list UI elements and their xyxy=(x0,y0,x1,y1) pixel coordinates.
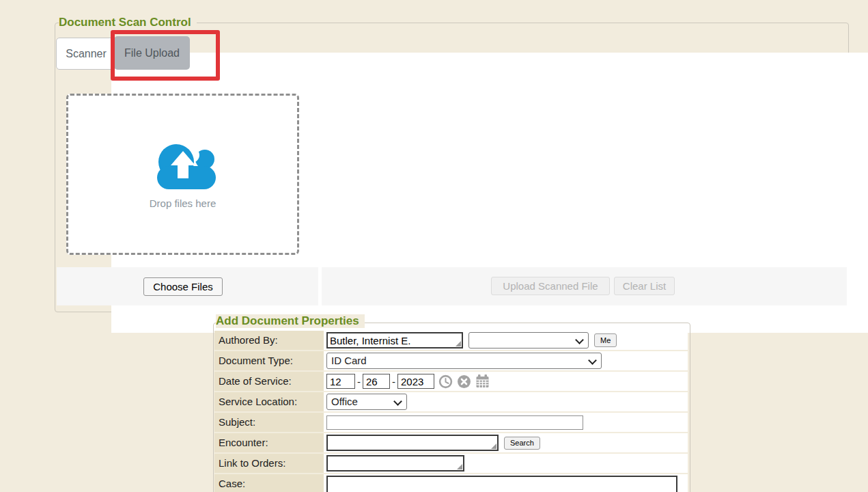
annotation-highlight-box xyxy=(111,30,220,81)
link-to-orders-input[interactable] xyxy=(326,455,464,472)
resize-grip-icon xyxy=(491,443,496,449)
document-type-select-value: ID Card xyxy=(327,353,601,368)
service-location-select[interactable]: Office xyxy=(326,394,407,410)
authored-by-select[interactable] xyxy=(468,332,589,348)
authored-by-input[interactable] xyxy=(326,332,463,348)
authored-by-input-wrap xyxy=(326,332,463,348)
link-to-orders-input-wrap xyxy=(326,455,464,472)
date-month-input[interactable] xyxy=(326,374,355,389)
me-button[interactable]: Me xyxy=(594,333,617,347)
cloud-upload-icon xyxy=(149,140,217,189)
resize-grip-icon xyxy=(456,341,461,346)
document-type-label: Document Type: xyxy=(214,351,324,370)
case-label: Case: xyxy=(214,474,324,492)
document-type-content: ID Card xyxy=(324,351,688,370)
row-subject: Subject: xyxy=(214,413,688,432)
service-location-label: Service Location: xyxy=(214,392,324,411)
case-content xyxy=(324,474,688,492)
link-to-orders-content xyxy=(324,454,688,473)
authored-by-content: Me xyxy=(324,331,688,350)
upload-scanned-file-button[interactable]: Upload Scanned File xyxy=(491,277,610,295)
row-document-type: Document Type: ID Card xyxy=(214,351,688,370)
document-scan-control-title: Document Scan Control xyxy=(59,16,197,29)
tab-scanner[interactable]: Scanner xyxy=(56,38,116,70)
clear-date-icon[interactable] xyxy=(457,374,471,389)
authored-by-label: Authored By: xyxy=(214,331,324,350)
dropzone-hint-text: Drop files here xyxy=(150,197,216,209)
row-date-of-service: Date of Service: - - xyxy=(214,372,688,391)
date-of-service-content: - - xyxy=(324,372,688,391)
document-properties-form: Authored By: Me Document Type: I xyxy=(214,331,688,492)
subject-input[interactable] xyxy=(326,415,583,430)
document-scan-page: Document Scan Control Scanner File Uploa… xyxy=(0,0,868,492)
case-textarea-wrap xyxy=(326,476,677,492)
document-type-select[interactable]: ID Card xyxy=(326,353,602,369)
clock-icon[interactable] xyxy=(438,374,453,389)
row-link-to-orders: Link to Orders: xyxy=(214,454,688,473)
link-to-orders-label: Link to Orders: xyxy=(214,454,324,473)
date-year-input[interactable] xyxy=(397,374,434,389)
file-dropzone[interactable]: Drop files here xyxy=(66,94,299,255)
service-location-content: Office xyxy=(324,392,688,411)
subject-label: Subject: xyxy=(214,413,324,432)
calendar-icon[interactable] xyxy=(475,374,490,388)
encounter-content: Search xyxy=(324,433,688,452)
date-separator: - xyxy=(357,376,361,387)
chevron-down-icon xyxy=(575,336,584,344)
add-document-properties-title: Add Document Properties xyxy=(216,314,365,328)
date-day-input[interactable] xyxy=(363,374,390,389)
choose-files-button[interactable]: Choose Files xyxy=(143,277,223,296)
case-textarea[interactable] xyxy=(326,476,677,492)
row-encounter: Encounter: Search xyxy=(214,433,688,452)
date-separator: - xyxy=(392,376,395,387)
encounter-input-wrap xyxy=(326,435,499,451)
row-case: Case: xyxy=(214,474,688,492)
row-authored-by: Authored By: Me xyxy=(214,331,688,350)
encounter-label: Encounter: xyxy=(214,433,324,452)
subject-content xyxy=(324,413,688,432)
clear-list-button[interactable]: Clear List xyxy=(614,277,675,295)
resize-grip-icon xyxy=(457,464,462,469)
date-of-service-label: Date of Service: xyxy=(214,372,324,391)
encounter-input[interactable] xyxy=(326,435,499,451)
encounter-search-button[interactable]: Search xyxy=(504,437,540,450)
row-service-location: Service Location: Office xyxy=(214,392,688,411)
